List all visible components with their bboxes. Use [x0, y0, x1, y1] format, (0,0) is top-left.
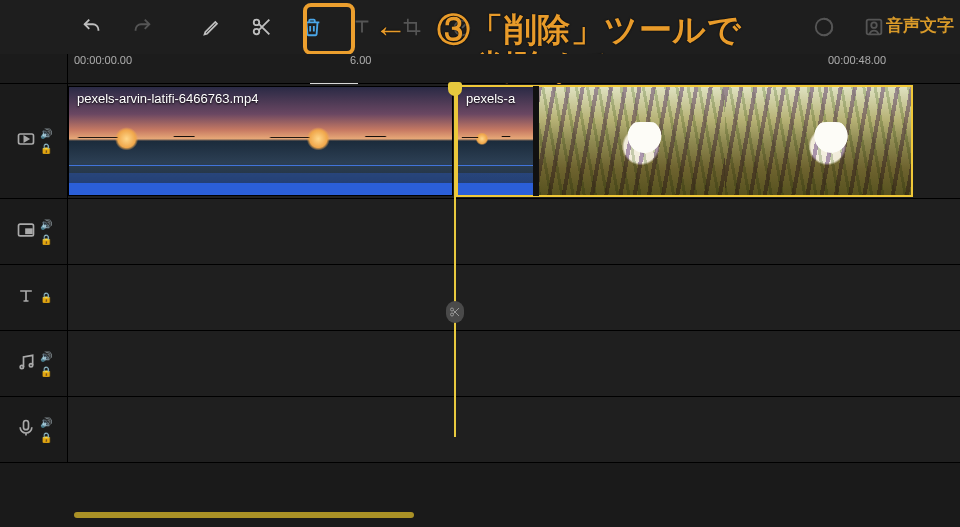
tracks: 🔊 🔒 pexels-arvin-latifi-6466763.mp4 — [0, 84, 960, 463]
video-clip-1[interactable]: pexels-arvin-latifi-6466763.mp4 — [68, 86, 453, 196]
volume-icon[interactable]: 🔊 — [40, 219, 52, 230]
video-track-icon — [16, 129, 36, 153]
music-track-icon — [16, 352, 36, 376]
svg-point-10 — [20, 365, 23, 368]
music-track-content[interactable] — [68, 331, 960, 396]
timeline-ruler-row: 00:00:00.00 6.00 00:00:48.00 — [0, 54, 960, 84]
clip-waveform — [69, 165, 452, 195]
lock-icon[interactable]: 🔒 — [40, 292, 52, 303]
track-area: 🔊 🔒 pexels-arvin-latifi-6466763.mp4 — [0, 84, 960, 463]
ruler-tick: 00:00:00.00 — [74, 54, 132, 66]
svg-marker-7 — [24, 137, 28, 142]
text-track-content[interactable] — [68, 265, 960, 330]
lock-icon[interactable]: 🔒 — [40, 234, 52, 245]
volume-icon[interactable]: 🔊 — [40, 351, 52, 362]
lock-icon[interactable]: 🔒 — [40, 366, 52, 377]
clip-waveform — [458, 165, 538, 195]
speed-button[interactable] — [440, 8, 484, 46]
lock-icon[interactable]: 🔒 — [40, 143, 52, 154]
clip-label: pexels-arvin-latifi-6466763.mp4 — [77, 91, 258, 106]
scissors-button[interactable] — [240, 8, 284, 46]
voice-track-row: 🔊🔒 — [0, 397, 960, 463]
crop-button[interactable] — [390, 8, 434, 46]
horizontal-scrollbar[interactable] — [68, 509, 946, 521]
pip-track-icon — [16, 220, 36, 244]
delete-button[interactable] — [290, 8, 334, 46]
video-clip-2[interactable]: pexels-a — [457, 86, 912, 196]
volume-icon[interactable]: 🔊 — [40, 128, 52, 139]
svg-point-2 — [455, 21, 470, 36]
ruler-tick: 6.00 — [350, 54, 371, 66]
pencil-button[interactable] — [190, 8, 234, 46]
svg-rect-9 — [26, 229, 32, 233]
pip-track-row: 🔊🔒 — [0, 199, 960, 265]
video-track-gutter: 🔊 🔒 — [0, 84, 68, 198]
ruler-gutter — [0, 54, 68, 83]
text-track-gutter: 🔒 — [0, 265, 68, 330]
timeline-ruler[interactable]: 00:00:00.00 6.00 00:00:48.00 — [68, 54, 960, 83]
toolbar: 削除 音声文字 — [0, 0, 960, 54]
text-tool-button[interactable] — [340, 8, 384, 46]
lock-icon[interactable]: 🔒 — [40, 432, 52, 443]
text-track-icon — [16, 286, 36, 310]
video-track-row: 🔊 🔒 pexels-arvin-latifi-6466763.mp4 — [0, 84, 960, 199]
music-track-row: 🔊🔒 — [0, 331, 960, 397]
color-tool-button[interactable] — [802, 8, 846, 46]
volume-icon[interactable]: 🔊 — [40, 417, 52, 428]
ruler-tick: 00:00:48.00 — [828, 54, 886, 66]
svg-rect-12 — [23, 420, 28, 429]
text-track-row: 🔒 — [0, 265, 960, 331]
clip-gap — [533, 86, 539, 196]
video-track-content[interactable]: pexels-arvin-latifi-6466763.mp4 pexels-a — [68, 84, 960, 198]
redo-button[interactable] — [120, 8, 164, 46]
voice-text-label: 音声文字 — [886, 14, 954, 37]
voice-track-gutter: 🔊🔒 — [0, 397, 68, 462]
svg-point-5 — [871, 22, 877, 28]
scrollbar-thumb[interactable] — [74, 512, 414, 518]
clip-label: pexels-a — [466, 91, 515, 106]
music-track-gutter: 🔊🔒 — [0, 331, 68, 396]
mic-track-icon — [16, 418, 36, 442]
svg-point-11 — [29, 363, 32, 366]
pip-track-content[interactable] — [68, 199, 960, 264]
voice-track-content[interactable] — [68, 397, 960, 462]
undo-button[interactable] — [70, 8, 114, 46]
pip-track-gutter: 🔊🔒 — [0, 199, 68, 264]
